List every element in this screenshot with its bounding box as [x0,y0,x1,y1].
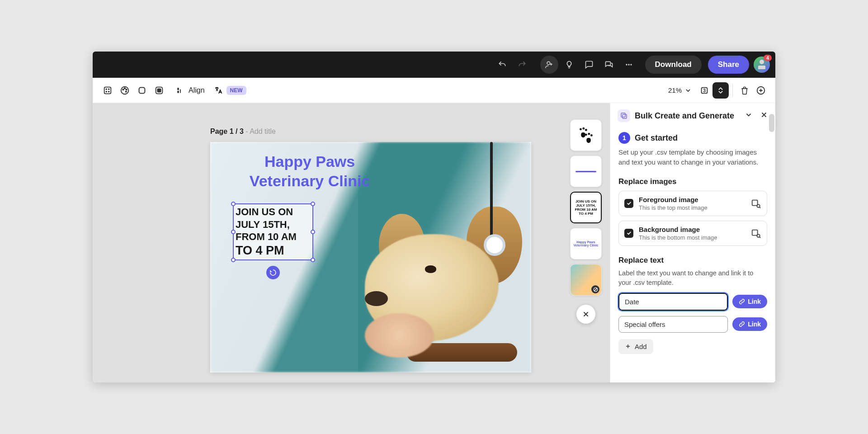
canvas[interactable]: Happy PawsVeterinary Clinic JOIN US ON J… [210,142,531,373]
notification-badge: 4 [764,55,772,61]
crop-icon[interactable] [99,82,116,99]
replace-images-heading: Replace images [618,177,767,186]
delete-button[interactable] [736,82,753,99]
collapse-icon[interactable] [745,111,753,121]
svg-point-8 [108,91,109,92]
page-count-value: 3 [703,88,706,93]
foreground-image-card[interactable]: Foreground image This is the top most im… [618,191,767,216]
color-icon[interactable] [116,82,133,99]
add-text-button[interactable]: Add [618,339,653,354]
share-button[interactable]: Share [708,56,749,74]
step-number: 1 [618,132,630,144]
svg-point-5 [106,89,107,90]
conversations-icon[interactable] [600,56,618,74]
svg-point-28 [757,234,760,237]
page-label[interactable]: Page 1 / 3 - Add title [210,127,276,136]
svg-point-3 [630,64,632,65]
selected-text-box[interactable]: JOIN US ON JULY 15TH, FROM 10 AM TO 4 PM [233,203,313,260]
add-label: Add [635,343,647,350]
avatar[interactable]: 4 [754,57,770,73]
shape-fill-icon[interactable] [151,82,168,99]
svg-point-0 [547,61,550,65]
resize-handle[interactable] [311,202,315,206]
link-button[interactable]: Link [732,295,767,308]
checkbox-background[interactable] [624,229,633,238]
topbar: Download Share 4 [93,52,775,78]
resize-handle[interactable] [231,202,236,206]
step-title: Get started [635,133,678,143]
stethoscope [490,142,493,239]
hint-icon[interactable] [560,56,578,74]
svg-point-12 [126,89,127,90]
undo-icon[interactable] [493,56,511,74]
resize-handle[interactable] [311,230,315,234]
comment-icon[interactable] [580,56,598,74]
locate-image-icon[interactable] [750,228,761,239]
toolbar: Align NEW 21% 3 [93,78,775,103]
text-field-date[interactable]: Date [618,293,728,311]
locate-image-icon[interactable] [750,198,761,209]
canvas-title[interactable]: Happy PawsVeterinary Clinic [223,152,396,190]
download-button[interactable]: Download [645,56,702,74]
svg-rect-16 [157,89,160,92]
new-badge: NEW [226,86,246,95]
svg-rect-25 [752,200,758,205]
text-field-special-offers[interactable]: Special offers [618,316,728,333]
close-panel-icon[interactable] [760,111,768,121]
rotate-icon[interactable] [266,266,280,279]
svg-rect-17 [177,88,179,90]
card-subtitle: This is the bottom most image [639,234,745,241]
replace-text-heading: Replace text [618,256,767,265]
align-button[interactable]: Align [176,86,205,95]
layer-strip: JOIN US ON JULY 15TH, FROM 10 AM TO 4 PM… [568,119,604,324]
svg-rect-14 [139,87,145,93]
svg-point-6 [108,89,109,90]
svg-point-11 [124,88,125,89]
layers-toggle-button[interactable] [712,82,729,99]
app-window: Download Share 4 Align NEW 21% 3 [93,52,775,382]
svg-point-1 [626,64,627,65]
link-label: Link [748,321,761,328]
layer-thumb-title[interactable]: Happy PawsVeterinary Clinic [570,228,602,259]
svg-rect-27 [752,230,758,235]
shape-outline-icon[interactable] [133,82,151,99]
card-title: Background image [639,226,745,233]
scrollbar[interactable] [769,114,774,132]
step-description: Set up your .csv template by choosing im… [618,147,767,167]
canvas-area[interactable]: Page 1 / 3 - Add title Happy PawsVeterin… [93,103,610,382]
translate-button[interactable]: NEW [214,86,246,95]
layer-thumb-image[interactable] [570,264,602,296]
svg-rect-19 [180,89,181,93]
svg-rect-24 [623,114,627,118]
add-button[interactable] [753,82,769,99]
invite-icon[interactable] [540,56,558,74]
workspace: Page 1 / 3 - Add title Happy PawsVeterin… [93,103,775,382]
link-label: Link [748,298,761,305]
svg-rect-18 [177,90,179,93]
redo-icon[interactable] [513,56,531,74]
svg-rect-23 [621,113,625,117]
page-count-button[interactable]: 3 [696,82,712,99]
card-title: Foreground image [639,196,745,203]
link-button[interactable]: Link [732,317,767,331]
layer-thumb-text[interactable]: JOIN US ON JULY 15TH, FROM 10 AM TO 4 PM [570,192,602,223]
svg-point-13 [126,91,127,92]
close-layers-icon[interactable] [576,305,595,324]
zoom-selector[interactable]: 21% [668,86,692,94]
page-indicator: Page 1 / 3 [210,127,244,135]
divider [732,84,733,97]
svg-point-10 [123,89,123,90]
panel-title: Bulk Create and Generate [635,111,740,121]
panel-icon [618,109,630,122]
background-image-card[interactable]: Background image This is the bottom most… [618,221,767,246]
layer-thumb-paws[interactable] [570,119,602,151]
resize-handle[interactable] [231,230,236,234]
layer-thumb-line[interactable] [570,156,602,187]
checkbox-foreground[interactable] [624,199,633,208]
page-title-placeholder[interactable]: Add title [250,127,276,135]
svg-point-7 [106,91,107,92]
more-icon[interactable] [620,56,638,74]
replace-text-description: Label the text you want to change and li… [618,269,767,288]
svg-point-26 [757,204,760,207]
svg-rect-4 [104,87,111,94]
